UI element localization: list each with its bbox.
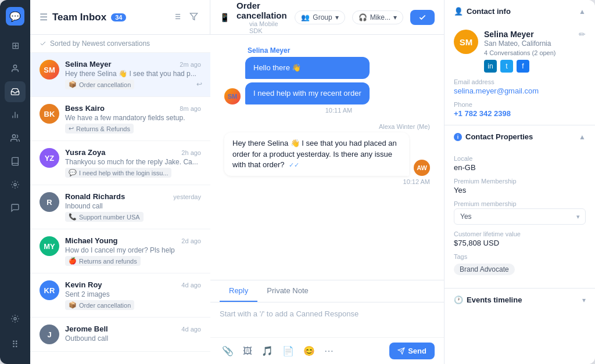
sidebar-item-labels[interactable] — [5, 151, 26, 172]
compose-placeholder: Start with a '/' to add a Canned Respons… — [220, 309, 359, 318]
phone-value[interactable]: +1 782 342 2398 — [454, 109, 586, 118]
sidebar-item-people[interactable] — [5, 128, 26, 149]
premium-select[interactable]: Yes No — [454, 208, 586, 225]
audio-icon[interactable]: 🎵 — [259, 343, 275, 359]
avatar: KR — [40, 280, 59, 300]
section-title: Contact info — [467, 7, 511, 16]
edit-icon[interactable]: ✏ — [579, 30, 586, 39]
tab-private-note[interactable]: Private Note — [257, 280, 318, 302]
conv-time: 8m ago — [180, 105, 201, 112]
sidebar-item-reports[interactable] — [5, 104, 26, 125]
premium-label: Premium Membership — [454, 178, 586, 185]
sidebar-item-conversations[interactable] — [5, 197, 26, 218]
chevron-down-icon: ▾ — [582, 296, 586, 304]
group-icon: 👥 — [301, 13, 310, 21]
email-label: Email address — [454, 78, 586, 85]
tag-chip[interactable]: Brand Advocate — [454, 264, 515, 275]
chevron-down-icon: ▾ — [393, 13, 397, 21]
conv-time: 4d ago — [181, 282, 201, 289]
sender-avatar: SM — [224, 88, 241, 104]
tag-icon: 🍎 — [69, 257, 77, 265]
avatar: MY — [40, 236, 59, 256]
premium-row: Premium Membership Yes — [454, 178, 586, 194]
svg-point-4 — [12, 135, 15, 138]
email-field: Email address selina.meyer@gmail.com — [454, 78, 586, 95]
file-icon[interactable]: 📄 — [280, 343, 296, 359]
compose-tabs: Reply Private Note — [210, 280, 444, 302]
emoji-icon[interactable]: 😊 — [301, 343, 317, 359]
conv-item-michael[interactable]: MY Michael Young 2d ago How do I cancel … — [30, 229, 210, 273]
tag-label: Returns & Refunds — [76, 125, 130, 132]
email-value[interactable]: selina.meyer@gmail.com — [454, 87, 586, 95]
compose-toolbar: 📎 🖼 🎵 📄 😊 ⋯ Send — [210, 337, 444, 364]
conv-name: Yusra Zoya — [65, 148, 105, 157]
chevron-up-icon: ▲ — [579, 133, 586, 141]
sidebar-item-settings[interactable] — [5, 308, 26, 329]
contact-info-header[interactable]: 👤 Contact info ▲ — [445, 0, 595, 23]
menu-icon[interactable]: ☰ — [40, 12, 48, 23]
tab-reply[interactable]: Reply — [220, 280, 257, 302]
avatar: YZ — [40, 148, 59, 168]
group-label: Group — [313, 13, 332, 21]
phone-field: Phone +1 782 342 2398 — [454, 101, 586, 118]
conv-item-bess[interactable]: BK Bess Kairo 8m ago We have a few manda… — [30, 97, 210, 141]
conv-preview: How do I cancel my order? Pls help — [65, 246, 201, 254]
filter-button[interactable] — [187, 10, 200, 25]
sidebar-item-contacts[interactable] — [5, 58, 26, 79]
chat-subtitle: via Mobile SDK — [249, 20, 288, 34]
group-chip[interactable]: 👥 Group ▾ — [295, 10, 345, 24]
avatar: BK — [40, 104, 59, 124]
tag-label: Support number USA — [79, 214, 140, 221]
contact-profile: SM Selina Meyer San Mateo, California 4 … — [454, 30, 586, 73]
tag-icon: 📦 — [69, 301, 77, 309]
sort-label: Sorted by Newest conversations — [50, 39, 150, 48]
headset-icon: 🎧 — [359, 13, 367, 21]
phone-label: Phone — [454, 101, 586, 108]
conv-time: 4d ago — [181, 326, 201, 333]
agent-avatar: AW — [414, 160, 430, 176]
conv-item-selina[interactable]: SM Selina Meyer 2m ago Hey there Selina … — [30, 53, 210, 97]
conv-tag: 🍎 Returns and refunds — [65, 256, 141, 266]
conv-tag: 📦 Order cancellation — [65, 80, 134, 89]
conv-item-yusra[interactable]: YZ Yusra Zoya 2h ago Thankyou so much fo… — [30, 141, 210, 185]
locale-label: Locale — [454, 155, 586, 162]
channel-icon: 📱 — [220, 13, 230, 22]
conv-preview: Thankyou so much for the reply Jake. Ca.… — [65, 158, 201, 166]
locale-row: Locale en-GB — [454, 155, 586, 172]
image-icon[interactable]: 🖼 — [241, 344, 255, 359]
agent-chip[interactable]: 🎧 Mike... ▾ — [352, 10, 403, 24]
compose-area: Reply Private Note Start with a '/' to a… — [210, 280, 444, 364]
resolve-button[interactable] — [410, 10, 435, 25]
conv-item-ronald[interactable]: R Ronald Richards yesterday Inbound call… — [30, 185, 210, 229]
sidebar-item-inbox[interactable] — [5, 81, 26, 102]
tags-row: Tags Brand Advocate — [454, 253, 586, 275]
sort-bar: Sorted by Newest conversations — [30, 35, 210, 53]
sidebar-logo[interactable]: 💬 — [6, 7, 24, 26]
conv-item-kevin[interactable]: KR Kevin Roy 4d ago Sent 2 images 📦 Orde… — [30, 273, 210, 318]
message-time: 10:11 AM — [248, 107, 430, 114]
sidebar-item-dashboard[interactable]: ⊞ — [5, 35, 26, 56]
more-options-icon[interactable]: ⋯ — [322, 343, 336, 359]
svg-point-0 — [13, 65, 16, 68]
sort-button[interactable] — [170, 10, 184, 25]
send-button[interactable]: Send — [389, 343, 435, 359]
conv-item-jerome[interactable]: J Jerome Bell 4d ago Outbound call — [30, 318, 210, 352]
attachment-icon[interactable]: 📎 — [220, 343, 236, 359]
contact-properties-header[interactable]: i Contact Properties ▲ — [445, 125, 595, 148]
chat-title: Order cancellation — [236, 1, 288, 20]
conv-panel-header: ☰ Team Inbox 34 — [30, 0, 210, 35]
events-header[interactable]: 🕐 Events timeline ▾ — [445, 289, 595, 311]
conv-name: Jerome Bell — [65, 325, 108, 333]
sidebar-item-integrations[interactable] — [5, 174, 26, 195]
tags-label: Tags — [454, 253, 586, 260]
contact-location: San Mateo, California — [484, 39, 573, 48]
twitter-icon[interactable]: t — [500, 60, 513, 73]
tag-icon: ↩ — [69, 125, 74, 132]
compose-input[interactable]: Start with a '/' to add a Canned Respons… — [210, 302, 444, 337]
grid-icon[interactable]: ⠿ — [5, 334, 26, 355]
conv-time: 2m ago — [180, 61, 201, 68]
facebook-icon[interactable]: f — [517, 60, 529, 73]
tag-icon: 📞 — [69, 213, 77, 221]
linkedin-icon[interactable]: in — [484, 60, 497, 73]
message-list: Selina Meyer SM Hello there 👋 I need hel… — [210, 35, 444, 280]
